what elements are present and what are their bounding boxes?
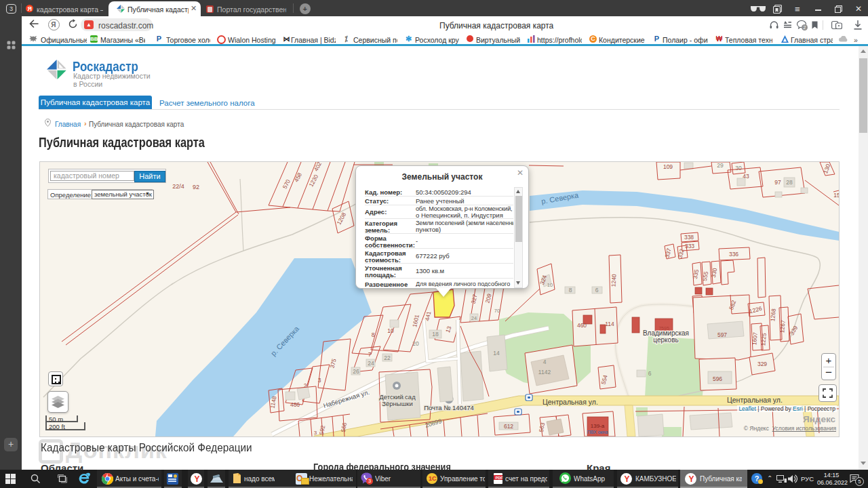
svg-text:14: 14 xyxy=(493,350,500,357)
svg-text:6: 6 xyxy=(648,370,652,377)
